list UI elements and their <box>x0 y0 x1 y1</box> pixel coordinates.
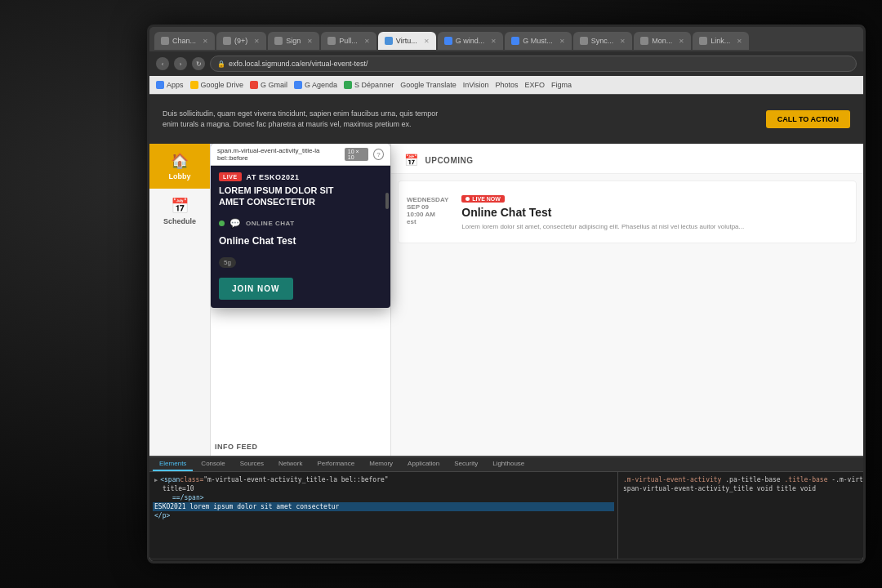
devtools-tab-memory[interactable]: Memory <box>363 457 399 471</box>
sidebar-label-schedule: Schedule <box>163 217 196 225</box>
devtools-tab-console[interactable]: Console <box>194 457 231 471</box>
tab-bar: Chan... ✕ (9+) ✕ Sign ✕ Pull... ✕ Virtu.… <box>149 27 863 51</box>
cta-button[interactable]: CALL TO ACTION <box>766 110 850 128</box>
page-content: Duis sollicitudin, quam eget viverra tin… <box>149 95 863 562</box>
tab-sync[interactable]: Sync... ✕ <box>573 32 633 50</box>
tab-favicon <box>385 37 393 45</box>
apps-icon <box>156 81 164 89</box>
devtools-tab-performance[interactable]: Performance <box>310 457 361 471</box>
tab-favicon <box>444 37 452 45</box>
devtools-tab-security[interactable]: Security <box>448 457 484 471</box>
tab-pull[interactable]: Pull... ✕ <box>321 32 376 50</box>
devtools-tab-lighthouse[interactable]: Lighthouse <box>486 457 531 471</box>
tooltip-text: span.m-virtual-event-activity_title-la b… <box>217 147 340 162</box>
tab-link[interactable]: Link... ✕ <box>693 32 749 50</box>
tooltip-badge: 10 × 10 <box>345 148 368 161</box>
dev-tooltip: span.m-virtual-event-activity_title-la b… <box>211 144 390 166</box>
main-content: span.m-virtual-event-activity_title-la b… <box>211 144 863 456</box>
tab-favicon <box>699 37 707 45</box>
bookmark-photos[interactable]: Photos <box>496 81 519 89</box>
bookmark-invision[interactable]: InVision <box>463 81 489 89</box>
tab-favicon <box>223 37 231 45</box>
bookmark-gdrive[interactable]: Google Drive <box>190 81 244 89</box>
main-layout: 🏠 Lobby 📅 Schedule span.m-virtual-event-… <box>149 144 863 456</box>
dom-line: title=10 <box>153 484 614 493</box>
devtools-panel: Elements Console Sources Network Perform… <box>149 456 863 562</box>
calendar-icon: 📅 <box>171 197 189 215</box>
tab-favicon <box>327 37 336 45</box>
sidebar-item-lobby[interactable]: 🏠 Lobby <box>149 144 210 189</box>
tab-favicon <box>640 37 648 45</box>
bookmark-translate[interactable]: Google Translate <box>400 81 457 89</box>
activity-popup: span.m-virtual-event-activity_title-la b… <box>211 144 390 308</box>
upcoming-label: UPCOMING <box>425 156 474 165</box>
tab-favicon <box>580 37 588 45</box>
bookmark-gmail[interactable]: G Gmail <box>250 81 287 89</box>
devtools-tabs: Elements Console Sources Network Perform… <box>149 457 863 472</box>
at-label: AT ESKO2021 <box>247 173 300 181</box>
chat-title: Online Chat Test <box>211 234 390 253</box>
site-header-text: Duis sollicitudin, quam eget viverra tin… <box>163 109 448 129</box>
monitor-frame: Chan... ✕ (9+) ✕ Sign ✕ Pull... ✕ Virtu.… <box>147 24 866 564</box>
address-bar[interactable]: 🔒 exfo.local.sigmund.ca/en/virtual-event… <box>210 56 857 72</box>
site-header: Duis sollicitudin, quam eget viverra tin… <box>149 95 863 144</box>
event-date-row: WEDNESDAY SEP 09 10:00 AM est LIVE NOW <box>407 189 848 231</box>
home-icon: 🏠 <box>171 152 189 170</box>
devtools-content: ▶ <span class= "m-virtual-event-activity… <box>149 472 863 559</box>
bookmarks-bar: Apps Google Drive G Gmail G Agenda S Dép… <box>149 76 863 94</box>
gmail-icon <box>250 81 258 89</box>
depanner-icon <box>344 81 352 89</box>
chat-icon: 💬 <box>229 218 241 229</box>
gdrive-icon <box>190 81 198 89</box>
bookmark-figma[interactable]: Figma <box>551 81 572 89</box>
devtools-status: html body div.d-m-container d.d-m-virtua… <box>149 559 863 562</box>
tab-9[interactable]: (9+) ✕ <box>216 32 266 50</box>
tab-virtual[interactable]: Virtu... ✕ <box>378 32 436 50</box>
devtools-tab-elements[interactable]: Elements <box>153 457 193 471</box>
reload-button[interactable]: ↻ <box>192 57 205 70</box>
style-line: span-virtual-event-activity_title void t… <box>621 484 860 493</box>
tab-favicon <box>274 37 283 45</box>
devtools-tab-network[interactable]: Network <box>272 457 309 471</box>
attendee-count: 5g <box>219 257 236 268</box>
bookmark-exfo[interactable]: EXFO <box>525 81 546 89</box>
online-chat-row: 💬 ONLINE CHAT <box>211 213 390 234</box>
style-line: .m-virtual-event-activity .pa-title-base… <box>621 475 860 484</box>
tab-chan[interactable]: Chan... ✕ <box>154 32 215 50</box>
tab-favicon <box>511 37 519 45</box>
online-chat-label: ONLINE CHAT <box>246 220 295 227</box>
devtools-dom: ▶ <span class= "m-virtual-event-activity… <box>149 472 618 559</box>
bookmark-agenda[interactable]: G Agenda <box>294 81 337 89</box>
sidebar: 🏠 Lobby 📅 Schedule <box>149 144 211 456</box>
live-dot <box>466 197 470 201</box>
tab-wind[interactable]: G wind... ✕ <box>438 32 504 50</box>
upcoming-header: 📅 UPCOMING <box>391 144 863 174</box>
sidebar-label-lobby: Lobby <box>169 172 191 180</box>
event-title: Online Chat Test <box>461 206 848 219</box>
event-description: Lorem lorem dolor sit amet, consectetur … <box>461 222 848 231</box>
dom-line: </p> <box>153 511 614 520</box>
event-card: WEDNESDAY SEP 09 10:00 AM est LIVE NOW <box>398 180 857 243</box>
devtools-tab-sources[interactable]: Sources <box>234 457 270 471</box>
dom-line: ▶ <span class= "m-virtual-event-activity… <box>153 475 614 484</box>
right-panel: 📅 UPCOMING WEDNESDAY SEP 09 10:00 AM est <box>390 144 863 456</box>
bookmark-apps[interactable]: Apps <box>156 81 184 89</box>
bookmark-depanner[interactable]: S Dépanner <box>344 81 394 89</box>
devtools-tab-application[interactable]: Application <box>401 457 446 471</box>
tab-sign[interactable]: Sign ✕ <box>268 32 319 50</box>
tab-mon[interactable]: Mon... ✕ <box>634 32 691 50</box>
lock-icon: 🔒 <box>217 60 225 68</box>
dom-line-selected[interactable]: ESKO2021 lorem ipsum dolor sit amet cons… <box>153 502 614 511</box>
agenda-icon <box>294 81 302 89</box>
sidebar-item-schedule[interactable]: 📅 Schedule <box>149 189 210 234</box>
join-now-button[interactable]: JOIN NOW <box>219 278 293 300</box>
dom-line: ==/span> <box>153 493 614 502</box>
back-button[interactable]: ‹ <box>156 57 169 70</box>
help-icon[interactable]: ? <box>373 149 384 160</box>
forward-button[interactable]: › <box>174 57 187 70</box>
devtools-styles: .m-virtual-event-activity .pa-title-base… <box>618 472 863 559</box>
address-bar-row: ‹ › ↻ 🔒 exfo.local.sigmund.ca/en/virtual… <box>149 51 863 76</box>
live-badge: LIVE <box>219 172 242 181</box>
tab-must[interactable]: G Must... ✕ <box>505 32 572 50</box>
tab-favicon <box>161 37 169 45</box>
